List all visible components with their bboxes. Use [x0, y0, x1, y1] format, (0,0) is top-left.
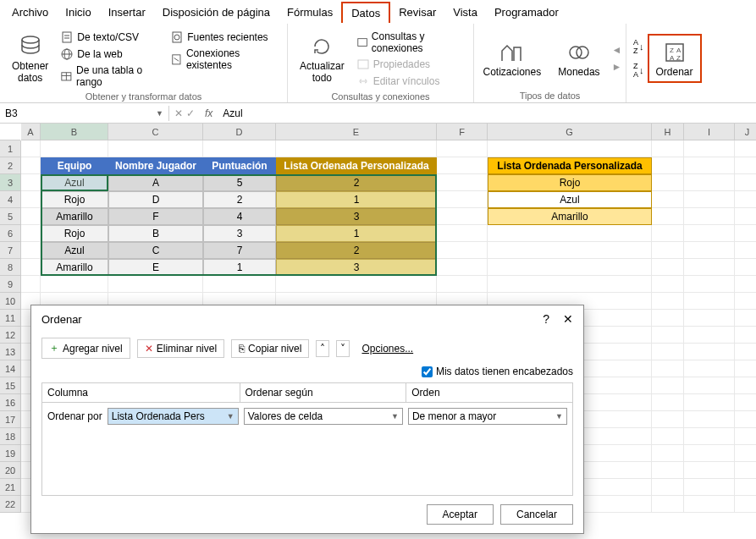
- cell[interactable]: C: [108, 242, 203, 259]
- row-header[interactable]: 7: [0, 242, 20, 259]
- ok-button[interactable]: Aceptar: [427, 504, 494, 525]
- table-header[interactable]: Equipo: [41, 157, 108, 174]
- row-header[interactable]: 11: [0, 310, 20, 327]
- col-header[interactable]: J: [735, 124, 756, 140]
- close-icon[interactable]: ✕: [563, 312, 573, 326]
- row-header[interactable]: 2: [0, 157, 20, 174]
- consultas-conexiones-button[interactable]: Consultas y conexiones: [356, 30, 466, 54]
- cell[interactable]: 2: [203, 191, 276, 208]
- cell[interactable]: Amarillo: [488, 208, 652, 225]
- menu-programador[interactable]: Programador: [486, 3, 567, 22]
- menu-insertar[interactable]: Insertar: [100, 3, 154, 22]
- help-icon[interactable]: ?: [543, 312, 549, 326]
- menu-vista[interactable]: Vista: [444, 3, 486, 22]
- copy-level-button[interactable]: ⎘Copiar nivel: [231, 339, 309, 358]
- cell[interactable]: 2: [276, 242, 437, 259]
- sort-za-button[interactable]: ZA↓: [633, 62, 644, 79]
- cell[interactable]: F: [108, 208, 203, 225]
- cell[interactable]: 3: [276, 208, 437, 225]
- row-header[interactable]: 10: [0, 293, 20, 310]
- de-la-web-button[interactable]: De la web: [60, 47, 163, 61]
- row-header[interactable]: 19: [0, 445, 20, 462]
- sort-order-dropdown[interactable]: De menor a mayor▼: [408, 408, 567, 425]
- cell[interactable]: Rojo: [488, 174, 652, 191]
- cell[interactable]: Azul: [488, 191, 652, 208]
- ordenar-button[interactable]: ZAAZ Ordenar: [651, 37, 698, 80]
- row-header[interactable]: 9: [0, 276, 20, 293]
- row-header[interactable]: 15: [0, 377, 20, 394]
- row-header[interactable]: 3: [0, 174, 20, 191]
- cell[interactable]: 2: [276, 174, 437, 191]
- row-header[interactable]: 21: [0, 479, 20, 496]
- row-header[interactable]: 8: [0, 259, 20, 276]
- sort-column-dropdown[interactable]: Lista Ordenada Pers▼: [108, 408, 239, 425]
- row-header[interactable]: 20: [0, 462, 20, 479]
- cell[interactable]: Rojo: [41, 225, 108, 242]
- cell[interactable]: Azul: [41, 242, 108, 259]
- col-header[interactable]: I: [684, 124, 735, 140]
- add-level-button[interactable]: ＋Agregar nivel: [41, 338, 130, 359]
- accept-formula-icon[interactable]: ✓: [186, 107, 195, 119]
- cell[interactable]: Amarillo: [41, 208, 108, 225]
- menu-datos[interactable]: Datos: [341, 2, 390, 23]
- obtener-datos-button[interactable]: Obtener datos: [7, 27, 53, 90]
- row-header[interactable]: 5: [0, 208, 20, 225]
- cell[interactable]: 5: [203, 174, 276, 191]
- cancel-formula-icon[interactable]: ✕: [174, 107, 183, 119]
- cell[interactable]: Amarillo: [41, 259, 108, 276]
- select-all-corner[interactable]: [0, 124, 20, 140]
- headers-checkbox-wrap[interactable]: Mis datos tienen encabezados: [422, 366, 573, 377]
- col-header[interactable]: H: [652, 124, 684, 140]
- col-header[interactable]: G: [488, 124, 652, 140]
- col-header[interactable]: D: [203, 124, 276, 140]
- table2-header[interactable]: Lista Ordenada Personalizada: [488, 157, 652, 174]
- cell[interactable]: 3: [203, 225, 276, 242]
- cell[interactable]: 1: [276, 225, 437, 242]
- cell[interactable]: 1: [276, 191, 437, 208]
- headers-checkbox[interactable]: [422, 366, 433, 377]
- row-header[interactable]: 16: [0, 394, 20, 411]
- row-header[interactable]: 12: [0, 327, 20, 344]
- fuentes-recientes-button[interactable]: Fuentes recientes: [170, 30, 280, 44]
- row-header[interactable]: 14: [0, 360, 20, 377]
- cell[interactable]: 3: [276, 259, 437, 276]
- row-header[interactable]: 13: [0, 344, 20, 360]
- col-header[interactable]: B: [41, 124, 108, 140]
- move-down-button[interactable]: ˅: [336, 340, 350, 357]
- row-header[interactable]: 4: [0, 191, 20, 208]
- row-header[interactable]: 17: [0, 411, 20, 428]
- table-header[interactable]: Lista Ordenada Personalizada: [276, 157, 437, 174]
- chevron-right-icon[interactable]: ►: [612, 61, 622, 73]
- col-header[interactable]: F: [437, 124, 488, 140]
- delete-level-button[interactable]: ✕Eliminar nivel: [137, 339, 224, 358]
- de-texto-csv-button[interactable]: De texto/CSV: [60, 30, 163, 44]
- menu-archivo[interactable]: Archivo: [3, 3, 57, 22]
- cell[interactable]: E: [108, 259, 203, 276]
- cell[interactable]: D: [108, 191, 203, 208]
- cell[interactable]: 4: [203, 208, 276, 225]
- move-up-button[interactable]: ˄: [316, 340, 329, 357]
- monedas-button[interactable]: Monedas: [553, 37, 604, 80]
- conexiones-existentes-button[interactable]: Conexiones existentes: [170, 47, 280, 71]
- menu-inicio[interactable]: Inicio: [57, 3, 99, 22]
- actualizar-todo-button[interactable]: Actualizar todo: [295, 27, 350, 90]
- row-header[interactable]: 1: [0, 140, 20, 157]
- menu-revisar[interactable]: Revisar: [390, 3, 444, 22]
- col-header[interactable]: E: [276, 124, 437, 140]
- row-header[interactable]: 22: [0, 496, 20, 513]
- cell[interactable]: 7: [203, 242, 276, 259]
- formula-input[interactable]: [218, 106, 756, 121]
- table-header[interactable]: Nombre Jugador: [108, 157, 203, 174]
- sort-az-button[interactable]: AZ↓: [633, 38, 644, 55]
- cell[interactable]: Azul: [41, 174, 108, 191]
- de-tabla-rango-button[interactable]: De una tabla o rango: [60, 64, 163, 88]
- cell[interactable]: B: [108, 225, 203, 242]
- cell[interactable]: Rojo: [41, 191, 108, 208]
- menu-formulas[interactable]: Fórmulas: [279, 3, 341, 22]
- row-header[interactable]: 6: [0, 225, 20, 242]
- cell[interactable]: 1: [203, 259, 276, 276]
- name-box[interactable]: B3 ▼: [0, 106, 169, 121]
- cancel-button[interactable]: Cancelar: [500, 504, 573, 525]
- col-header[interactable]: A: [21, 124, 41, 140]
- fx-icon[interactable]: fx: [200, 107, 218, 119]
